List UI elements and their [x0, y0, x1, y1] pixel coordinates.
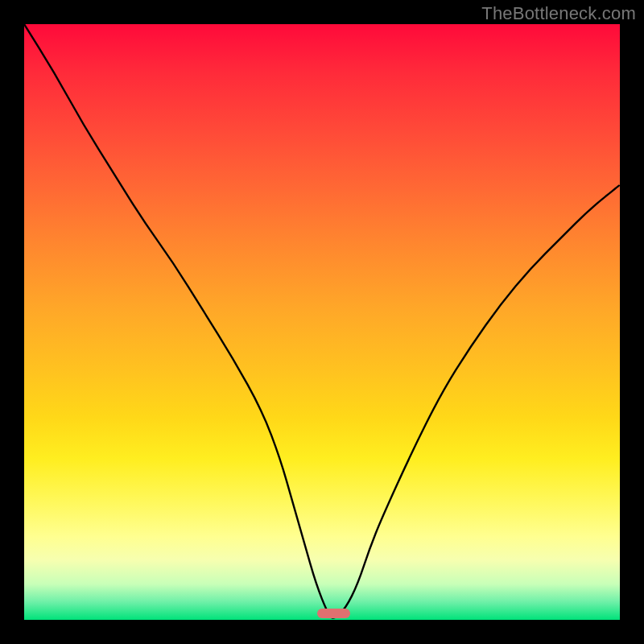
- chart-frame: TheBottleneck.com: [0, 0, 644, 644]
- plot-area: [24, 24, 620, 620]
- minimum-marker: [317, 609, 350, 618]
- watermark-text: TheBottleneck.com: [481, 3, 636, 24]
- curve-layer: [24, 24, 620, 620]
- bottleneck-curve: [24, 24, 620, 618]
